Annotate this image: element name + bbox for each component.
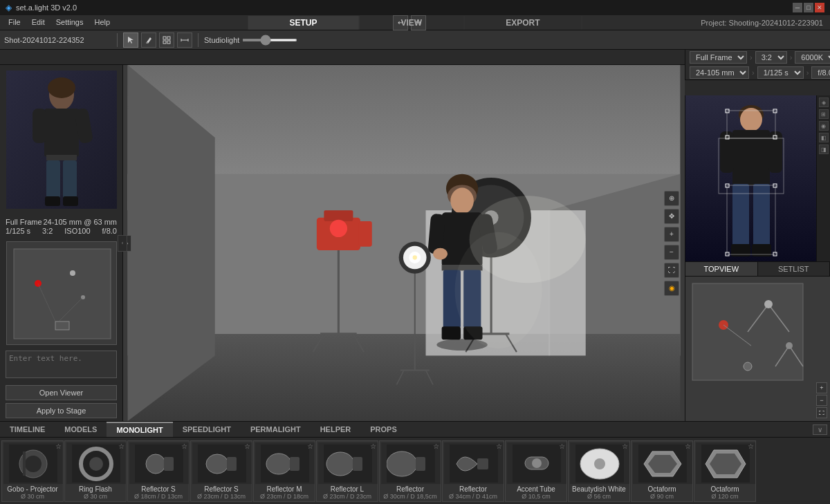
ratio-select[interactable]: 3:2 — [755, 51, 787, 64]
focal-value: 24-105 mm @ 63 mm — [43, 218, 117, 226]
favorite-star[interactable]: ☆ — [685, 442, 691, 450]
sidebar-btn-5[interactable]: ◨ — [819, 144, 829, 154]
equipment-item[interactable]: ☆ Gobo - Projector Ø 30 cm — [1, 440, 64, 502]
svg-rect-26 — [55, 321, 69, 330]
equipment-spec: Ø 120 cm — [696, 493, 754, 500]
camera-view-button[interactable]: ◉ — [664, 281, 679, 296]
equipment-spec: Ø 30 cm — [3, 493, 62, 500]
favorite-star[interactable]: ☆ — [244, 442, 250, 450]
aperture-select[interactable]: f/8.0 — [811, 66, 830, 79]
menu-settings[interactable]: Settings — [50, 17, 89, 28]
menu-edit[interactable]: Edit — [26, 17, 50, 28]
favorite-star[interactable]: ☆ — [55, 442, 62, 450]
svg-rect-1 — [146, 42, 148, 44]
right-tab-topview[interactable]: TOPVIEW — [685, 262, 758, 276]
equipment-item[interactable]: ☆ Octaform Ø 120 cm — [694, 440, 756, 502]
apply-to-stage-button[interactable]: Apply to Stage — [6, 403, 117, 418]
equipment-name: Accent Tube — [507, 485, 565, 493]
collapse-bottom-panel-button[interactable]: ∨ — [813, 424, 827, 435]
favorite-star[interactable]: ☆ — [307, 442, 313, 450]
svg-point-100 — [764, 300, 773, 308]
right-preview-panel: 63 ◈ ⊞ ◉ ◧ ◨ — [685, 95, 830, 261]
equipment-item[interactable]: ☆ Reflector Ø 30cm / D 18,5cm — [379, 440, 441, 502]
pan-view-button[interactable]: ✥ — [664, 209, 679, 224]
menu-bar: File Edit Settings Help — [0, 15, 118, 30]
temp-select[interactable]: 6000K — [795, 51, 830, 64]
sidebar-btn-4[interactable]: ◧ — [819, 133, 829, 142]
window-controls: ─ □ ✕ — [793, 3, 824, 12]
svg-point-118 — [206, 454, 228, 474]
equipment-name: Ring Flash — [66, 485, 124, 493]
measure-icon — [181, 36, 189, 44]
svg-rect-128 — [416, 457, 425, 471]
tab-view[interactable]: VIEW — [360, 16, 465, 30]
equipment-item[interactable]: ☆ Reflector S Ø 23cm / D 13cm — [190, 440, 252, 502]
favorite-star[interactable]: ☆ — [181, 442, 187, 450]
favorite-star[interactable]: ☆ — [370, 442, 376, 450]
zoom-out-button[interactable]: − — [664, 245, 679, 260]
menu-file[interactable]: File — [3, 17, 26, 28]
topview-zoom-in[interactable]: + — [816, 382, 827, 393]
bottom-tab-permalight[interactable]: PERMALIGHT — [241, 422, 311, 436]
main-viewport[interactable]: ⊕ ✥ + − ⛶ ◉ › — [123, 65, 685, 421]
tab-setup[interactable]: SETUP — [248, 16, 359, 30]
svg-rect-122 — [290, 457, 299, 471]
frame-select[interactable]: Full Frame — [690, 51, 747, 64]
notes-textarea[interactable] — [6, 351, 117, 378]
main-area: Full Frame 24-105 mm @ 63 mm 1/125 s 3:2… — [0, 65, 830, 421]
bottom-tab-props[interactable]: PROPS — [360, 422, 407, 436]
zoom-in-button[interactable]: + — [664, 227, 679, 242]
favorite-star[interactable]: ☆ — [433, 442, 439, 450]
rotate-view-button[interactable]: ⊕ — [664, 191, 679, 206]
bottom-tab-models[interactable]: MODELS — [55, 422, 107, 436]
collapse-left-panel-button[interactable]: ‹ — [118, 235, 127, 252]
svg-point-121 — [266, 454, 291, 474]
sidebar-btn-2[interactable]: ⊞ — [819, 109, 829, 119]
equipment-item[interactable]: ☆ Accent Tube Ø 10,5 cm — [505, 440, 567, 502]
minimize-button[interactable]: ─ — [793, 3, 802, 12]
equipment-item[interactable]: ☆ Reflector L Ø 23cm / D 23cm — [316, 440, 378, 502]
sidebar-btn-3[interactable]: ◉ — [819, 121, 829, 131]
sidebar-btn-1[interactable]: ◈ — [819, 97, 829, 107]
favorite-star[interactable]: ☆ — [118, 442, 124, 450]
studiolight-slider[interactable] — [242, 39, 297, 41]
maximize-button[interactable]: □ — [804, 3, 813, 12]
favorite-star[interactable]: ☆ — [748, 442, 754, 450]
bottom-tab-speedlight[interactable]: SPEEDLIGHT — [173, 422, 241, 436]
favorite-star[interactable]: ☆ — [622, 442, 628, 450]
aperture-value: f/8.0 — [102, 227, 117, 235]
grid-tool-button[interactable] — [159, 32, 174, 48]
equipment-item[interactable]: ☆ Beautydish White Ø 56 cm — [568, 440, 630, 502]
favorite-star[interactable]: ☆ — [559, 442, 565, 450]
equipment-thumbnail — [3, 442, 63, 484]
svg-rect-81 — [732, 184, 749, 246]
equipment-thumbnail — [318, 442, 378, 484]
right-tab-setlist[interactable]: SETLIST — [758, 262, 831, 276]
equipment-item[interactable]: ☆ Octaform Ø 90 cm — [631, 440, 693, 502]
topview-expand[interactable]: ⛶ — [816, 407, 827, 418]
close-button[interactable]: ✕ — [815, 3, 824, 12]
left-buttons: Open Viewer Apply to Stage — [0, 382, 122, 421]
topview-mini-map — [6, 241, 117, 345]
favorite-star[interactable]: ☆ — [496, 442, 502, 450]
svg-point-58 — [413, 255, 417, 259]
fit-view-button[interactable]: ⛶ — [664, 263, 679, 278]
menu-help[interactable]: Help — [89, 17, 116, 28]
equipment-item[interactable]: ☆ Reflector M Ø 23cm / D 18cm — [253, 440, 315, 502]
bottom-tab-timeline[interactable]: TIMELINE — [0, 422, 55, 436]
select-tool-button[interactable] — [123, 32, 138, 48]
tab-export[interactable]: EXPORT — [464, 16, 582, 30]
measure-tool-button[interactable] — [177, 32, 192, 48]
bottom-tab-monolight[interactable]: MONOLIGHT — [107, 422, 172, 437]
paint-tool-button[interactable] — [141, 32, 156, 48]
topview-zoom-out[interactable]: − — [816, 395, 827, 406]
focal-select[interactable]: 24-105 mm — [690, 66, 749, 79]
open-viewer-button[interactable]: Open Viewer — [6, 385, 117, 400]
equipment-item[interactable]: ☆ Reflector S Ø 18cm / D 13cm — [127, 440, 190, 502]
equipment-item[interactable]: ☆ Reflector Ø 34cm / D 41cm — [442, 440, 504, 502]
equipment-thumbnail — [696, 442, 755, 484]
svg-rect-5 — [167, 41, 170, 44]
equipment-item[interactable]: ☆ Ring Flash Ø 30 cm — [64, 440, 127, 502]
bottom-tab-helper[interactable]: HELPER — [311, 422, 361, 436]
shutter-select[interactable]: 1/125 s — [757, 66, 804, 79]
